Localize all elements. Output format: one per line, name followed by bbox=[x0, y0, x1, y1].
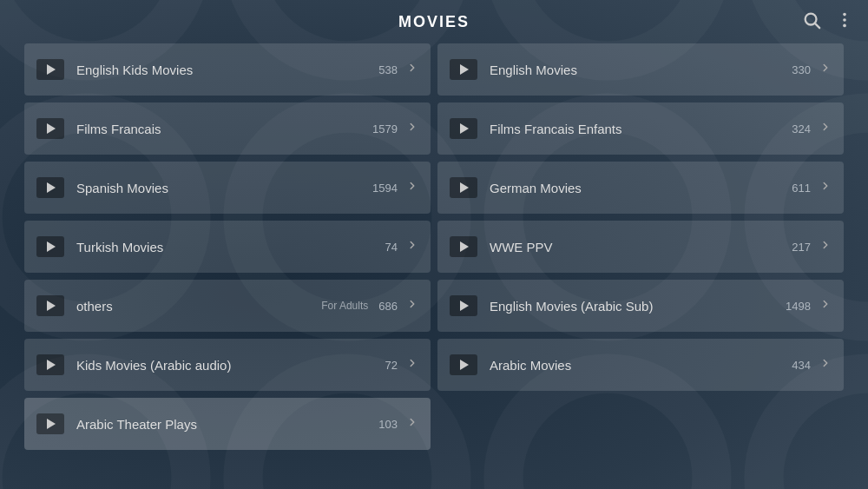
chevron-right-icon bbox=[406, 121, 418, 136]
svg-point-2 bbox=[843, 12, 846, 16]
category-item-spanish-movies[interactable]: Spanish Movies1594 bbox=[24, 162, 431, 214]
svg-point-3 bbox=[843, 18, 846, 22]
category-count: 217 bbox=[792, 241, 811, 254]
play-icon bbox=[36, 354, 64, 375]
chevron-right-icon bbox=[819, 180, 832, 195]
category-count: 538 bbox=[378, 63, 398, 76]
category-name: Arabic Theater Plays bbox=[76, 417, 378, 432]
category-count: 324 bbox=[792, 122, 811, 135]
categories-grid: English Kids Movies538English Movies330F… bbox=[0, 43, 868, 457]
category-name: English Kids Movies bbox=[76, 63, 378, 77]
more-icon[interactable] bbox=[835, 10, 854, 34]
search-icon[interactable] bbox=[802, 10, 821, 34]
category-item-turkish-movies[interactable]: Turkish Movies74 bbox=[24, 221, 431, 273]
chevron-right-icon bbox=[406, 239, 418, 254]
category-count: 611 bbox=[792, 182, 811, 195]
category-name: Turkish Movies bbox=[76, 240, 385, 254]
play-icon bbox=[450, 59, 477, 80]
category-item-english-kids-movies[interactable]: English Kids Movies538 bbox=[24, 43, 431, 96]
chevron-right-icon bbox=[819, 121, 832, 136]
play-icon bbox=[450, 118, 477, 139]
play-icon bbox=[36, 413, 64, 434]
category-count: 74 bbox=[385, 241, 398, 254]
category-name: WWE PPV bbox=[490, 240, 792, 254]
play-icon bbox=[36, 118, 64, 139]
chevron-right-icon bbox=[406, 180, 418, 195]
category-count: 103 bbox=[378, 418, 398, 431]
category-count: 1594 bbox=[372, 182, 398, 195]
category-count: 1579 bbox=[372, 122, 398, 135]
header-actions bbox=[802, 10, 854, 34]
chevron-right-icon bbox=[406, 298, 418, 314]
category-name: Spanish Movies bbox=[76, 181, 372, 195]
play-icon bbox=[36, 59, 64, 80]
play-icon bbox=[36, 177, 64, 198]
category-item-english-movies[interactable]: English Movies330 bbox=[437, 43, 844, 96]
category-count: 330 bbox=[792, 63, 811, 76]
chevron-right-icon bbox=[406, 357, 418, 373]
category-item-films-francais-enfants[interactable]: Films Francais Enfants324 bbox=[437, 102, 844, 155]
play-icon bbox=[450, 236, 477, 257]
category-item-others[interactable]: othersFor Adults686 bbox=[24, 280, 431, 332]
chevron-right-icon bbox=[406, 416, 418, 432]
play-icon bbox=[36, 295, 64, 316]
chevron-right-icon bbox=[819, 239, 832, 254]
svg-line-1 bbox=[815, 23, 819, 28]
category-name: Films Francais bbox=[76, 122, 372, 136]
category-name: German Movies bbox=[490, 181, 792, 195]
category-name: Films Francais Enfants bbox=[490, 122, 792, 136]
category-count: 686 bbox=[378, 300, 398, 313]
chevron-right-icon bbox=[406, 62, 418, 77]
category-name: Kids Movies (Arabic audio) bbox=[76, 358, 385, 373]
page-title: MOVIES bbox=[398, 13, 470, 31]
category-item-wwe-ppv[interactable]: WWE PPV217 bbox=[437, 221, 844, 273]
play-icon bbox=[450, 177, 477, 198]
svg-point-4 bbox=[843, 23, 846, 27]
category-count: 434 bbox=[792, 359, 811, 372]
play-icon bbox=[450, 354, 477, 375]
category-item-arabic-movies[interactable]: Arabic Movies434 bbox=[437, 339, 844, 391]
category-item-kids-movies-arabic-audio[interactable]: Kids Movies (Arabic audio)72 bbox=[24, 339, 431, 391]
category-count: 72 bbox=[385, 359, 398, 372]
category-name: English Movies bbox=[490, 63, 792, 77]
category-count: 1498 bbox=[786, 300, 811, 313]
chevron-right-icon bbox=[819, 298, 832, 314]
play-icon bbox=[36, 236, 64, 257]
category-item-german-movies[interactable]: German Movies611 bbox=[437, 162, 844, 214]
category-item-arabic-theater-plays[interactable]: Arabic Theater Plays103 bbox=[24, 398, 431, 450]
chevron-right-icon bbox=[819, 62, 832, 77]
play-icon bbox=[450, 295, 477, 316]
category-item-films-francais[interactable]: Films Francais1579 bbox=[24, 102, 431, 155]
category-name: Arabic Movies bbox=[490, 358, 792, 373]
category-name: English Movies (Arabic Sub) bbox=[490, 299, 786, 314]
for-adults-label: For Adults bbox=[321, 300, 368, 312]
category-name: others bbox=[76, 299, 321, 314]
chevron-right-icon bbox=[819, 357, 832, 373]
app-header: MOVIES bbox=[0, 0, 868, 43]
category-item-english-movies-arabic-sub[interactable]: English Movies (Arabic Sub)1498 bbox=[437, 280, 844, 332]
